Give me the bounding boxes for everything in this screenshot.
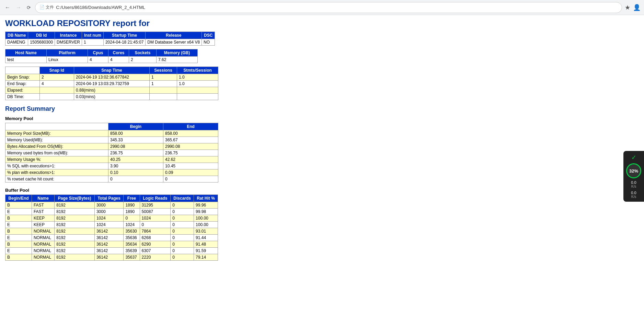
buf-discards: 0 [171,248,194,254]
buf-total-pages: 1024 [94,215,124,222]
mem-end: 0.09 [163,169,218,176]
buf-begin-end: B [5,254,32,261]
mem-end: 42.62 [163,156,218,163]
snap-label: DB Time: [5,94,40,100]
buf-free: 35637 [124,254,140,261]
table-row: Bytes Allocated From OS(MB): 2990.08 299… [5,143,218,150]
col-stmts-session: Stmts/Session [177,67,218,74]
mem-end: 236.75 [163,150,218,156]
col-logic-reads: Logic Reads [140,195,171,202]
col-rat-hit: Rat Hit % [194,195,218,202]
table-row: End Snap: 4 2024-04-19 13:03:29.732759 1… [5,81,218,87]
table-row: B KEEP 8192 1024 0 1024 0 100.00 [5,215,218,222]
cell-startup-time: 2024-04-18 21:45:07 [103,39,145,46]
instance-table: DB Name DB Id Instance Inst num Startup … [5,32,215,46]
buf-rat-hit: 91.44 [194,235,218,241]
mem-begin: 0.10 [108,169,163,176]
snap-id: 4 [40,81,74,87]
mem-label: % rowset cache hit count: [5,176,108,182]
col-total-pages: Total Pages [94,195,124,202]
memory-pool-title: Memory Pool [5,116,613,121]
bookmark-icon[interactable]: ★ [625,4,630,11]
buf-total-pages: 36142 [94,248,124,254]
col-cpus: Cpus [88,49,108,57]
snap-sessions: 1 [150,74,177,81]
snap-stmts [177,87,218,94]
buf-discards: 0 [171,222,194,228]
mem-label: % plan with executions>1: [5,169,108,176]
mem-begin: 858.00 [108,130,163,137]
buf-page-size: 8192 [55,202,95,209]
mem-label: Memory Pool Size(MB): [5,130,108,137]
back-button[interactable]: ← [3,3,12,12]
memory-pool-empty-header [5,123,108,130]
col-discards: Discards [171,195,194,202]
buf-begin-end: E [5,222,32,228]
col-free: Free [124,195,140,202]
forward-button[interactable]: → [14,3,23,12]
table-row: E KEEP 8192 1024 1024 0 0 100.00 [5,222,218,228]
buf-page-size: 8192 [55,235,95,241]
snap-empty-header [5,67,40,74]
buf-name: FAST [32,202,54,209]
table-row: Memory Pool Size(MB): 858.00 858.00 [5,130,218,137]
snap-label: End Snap: [5,81,40,87]
snap-id: 2 [40,74,74,81]
host-table: Host Name Platform Cpus Cores Sockets Me… [5,49,198,63]
buf-total-pages: 36142 [94,241,124,248]
snap-stmts: 1.0 [177,81,218,87]
buf-begin-end: B [5,215,32,222]
buf-free: 1890 [124,209,140,215]
col-sessions: Sessions [150,67,177,74]
snap-id [40,94,74,100]
cell-instance: DMSERVER [55,39,82,46]
table-row: B NORMAL 8192 36142 35637 2220 0 79.14 [5,254,218,261]
buf-rat-hit: 79.14 [194,254,218,261]
memory-pool-table: Begin End Memory Pool Size(MB): 858.00 8… [5,123,218,182]
snap-id [40,87,74,94]
buf-page-size: 8192 [55,254,95,261]
buf-discards: 0 [171,235,194,241]
buf-rat-hit: 91.59 [194,248,218,254]
cell-sockets: 2 [129,57,157,63]
buf-logic-reads: 6307 [140,248,171,254]
percent-display: 32% [626,163,641,178]
col-begin-end: Begin/End [5,195,32,202]
buf-name: KEEP [32,215,54,222]
speed-display-1: 0.0 K/s [631,180,636,189]
buf-free: 0 [124,215,140,222]
buf-total-pages: 3000 [94,209,124,215]
table-row: B NORMAL 8192 36142 35634 6290 0 91.48 [5,241,218,248]
user-icon[interactable]: 👤 [633,4,641,11]
snap-label: Begin Snap: [5,74,40,81]
mem-label: Memory Usage %: [5,156,108,163]
side-widget: ✓ 32% 0.0 K/s 0.0 K/s [623,151,644,202]
mem-begin: 40.25 [108,156,163,163]
col-snap-id: Snap Id [40,67,74,74]
address-bar[interactable]: 📄 文件 C:/Users/86186/Downloads/AWR_2_4.HT… [35,2,622,13]
table-row: Memory Used(MB): 345.33 365.67 [5,137,218,143]
reload-button[interactable]: ⟳ [25,3,32,12]
buf-page-size: 8192 [55,222,95,228]
buf-logic-reads: 0 [140,222,171,228]
table-row: Begin Snap: 2 2024-04-19 13:02:36.677842… [5,74,218,81]
buf-discards: 0 [171,202,194,209]
table-row: DB Time: 0.03(mins) [5,94,218,100]
table-row: E NORMAL 8192 36142 35636 6268 0 91.44 [5,235,218,241]
mem-end: 365.67 [163,137,218,143]
buf-page-size: 8192 [55,241,95,248]
col-begin: Begin [108,123,163,130]
buf-rat-hit: 99.98 [194,209,218,215]
table-row: E FAST 8192 3000 1890 50087 0 99.98 [5,209,218,215]
buf-discards: 0 [171,228,194,235]
buf-name: NORMAL [32,235,54,241]
buf-rat-hit: 100.00 [194,215,218,222]
col-platform: Platform [47,49,88,57]
buffer-pool-title: Buffer Pool [5,188,613,193]
buf-free: 35634 [124,241,140,248]
buf-page-size: 8192 [55,209,95,215]
snap-table: Snap Id Snap Time Sessions Stmts/Session… [5,67,218,100]
col-name: Name [32,195,54,202]
buf-free: 1890 [124,202,140,209]
cell-host-name: test [5,57,47,63]
